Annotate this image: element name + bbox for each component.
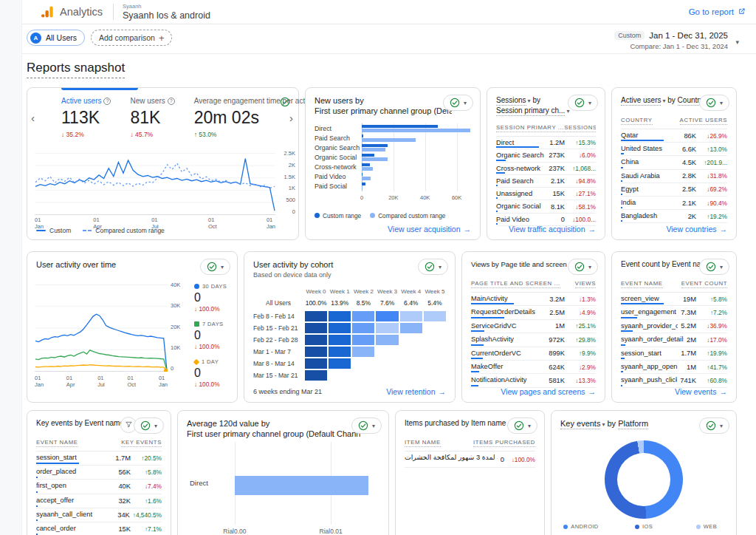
external-link-icon	[738, 7, 746, 17]
metric-tab[interactable]: Average engagement time per active u20m …	[194, 97, 321, 138]
y-axis-labels: 40K30K20K10K0	[171, 282, 180, 372]
go-to-report-link[interactable]: Go to report	[689, 7, 746, 17]
compare-range-text: Compare: Jan 1 - Dec 31, 2024	[614, 42, 728, 50]
data-quality-badge[interactable]: ▾	[351, 418, 382, 434]
table-row: Organic Social8.1K↓58.1%	[496, 200, 596, 213]
table-row: accept_offer32K↑1.6%	[36, 494, 162, 508]
y-tick: 500	[286, 197, 295, 203]
data-quality-badge[interactable]: ▾	[699, 95, 729, 111]
channel-bar-chart: DirectPaid SearchOrganic SearchOrganic S…	[315, 123, 472, 203]
analytics-logo-icon	[40, 4, 55, 19]
view-pages-screens-link[interactable]: View pages and screens→	[501, 387, 596, 396]
chevron-down-icon: ▾	[464, 100, 467, 106]
data-quality-badge[interactable]: ▾	[200, 259, 230, 275]
bar-row: Organic Search	[315, 143, 472, 152]
table-row: syaanh_app_open1M↑41.7%	[621, 361, 727, 374]
view-retention-link[interactable]: View retention→	[386, 387, 446, 396]
arrow-right-icon: →	[720, 225, 728, 234]
event-count-table: EVENT NAMEEVENT COUNTscreen_view19M↑5.8%…	[621, 276, 727, 388]
ltv-bar	[235, 476, 368, 495]
metric-caret-icon[interactable]: ▾	[662, 98, 665, 104]
arrow-right-icon: →	[464, 225, 472, 234]
y-tick: 0	[171, 365, 173, 372]
new-users-card: New users by First user primary channel …	[305, 87, 481, 240]
table-row: MainActivity3.2M↓1.3%	[471, 293, 596, 306]
table-row: Cross-network237K↑1,068...	[496, 163, 596, 175]
metric-caret-icon[interactable]: ▾	[528, 98, 531, 104]
y-tick: 20K	[171, 324, 180, 330]
arrow-right-icon: →	[588, 387, 597, 396]
table-row: order_placed56K↑5.8%	[36, 466, 162, 480]
check-circle-icon	[706, 98, 716, 108]
cohort-row: Feb 15 - Feb 21	[253, 322, 446, 334]
y-tick: 2.5K	[284, 150, 295, 157]
table-column-headers: ITEM NAMEITEMS PURCHASED	[405, 435, 535, 451]
table-row: Organic Search273K↓6.0%	[496, 149, 596, 162]
table-column-headers: COUNTRYACTIVE USERS	[621, 113, 727, 129]
date-range-selector[interactable]: Custom Jan 1 - Dec 31, 2025 Compare: Jan…	[614, 31, 728, 50]
cohort-row: Mar 15 - Mar 21	[253, 369, 446, 381]
data-quality-badge[interactable]: ▾	[568, 259, 598, 275]
table-row: user_engagement7.3M↑7.2%	[621, 306, 727, 319]
cohort-footnote: 6 weeks ending Mar 21	[253, 388, 322, 395]
countries-table: COUNTRYACTIVE USERSQatar86K↓26.9%United …	[621, 113, 727, 223]
chevron-down-icon: ▾	[588, 264, 591, 270]
carousel-prev-button[interactable]: ‹	[31, 112, 35, 124]
table-row: Direct1.2M↑15.3%	[496, 137, 596, 149]
chevron-down-icon: ▾	[528, 423, 531, 429]
audience-avatar-icon: A	[30, 33, 41, 44]
metric-caret-icon[interactable]: ▾	[602, 421, 605, 428]
y-tick: 1.5K	[284, 174, 295, 180]
series-legend-item: 30 DAYS0↓ 100.0%	[194, 283, 227, 313]
x-tick: 01Oct	[208, 217, 217, 230]
table-row: CurrentOrderVC899K↑9.9%	[471, 347, 596, 361]
views-card: Views by Page title and screen class ▾ P…	[461, 251, 605, 403]
data-quality-badge[interactable]: ▾	[699, 418, 729, 434]
data-quality-badge[interactable]: ▾	[699, 259, 729, 275]
x-tick: 01Jan	[267, 217, 275, 230]
view-countries-link[interactable]: View countries→	[666, 225, 727, 234]
table-row: MakeOffer624K↓2.9%	[471, 361, 596, 374]
chevron-down-icon: ▾	[720, 423, 723, 429]
dimension-caret-icon[interactable]: ▾	[566, 108, 569, 115]
view-traffic-acquisition-link[interactable]: View traffic acquisition→	[509, 225, 596, 234]
analytics-dashboard: Analytics Syaanh Syaanh los & android Go…	[0, 0, 756, 535]
ltv-card: Average 120d value by First user primary…	[177, 410, 389, 535]
metric-tab[interactable]: Active users?113K↓ 35.2%	[61, 97, 111, 138]
all-users-chip[interactable]: A All Users	[27, 30, 85, 46]
help-icon: ?	[103, 98, 111, 105]
chevron-down-icon: ▾	[372, 423, 375, 429]
x-tick: 01Oct	[128, 375, 137, 388]
date-caret-icon[interactable]: ▾	[735, 38, 739, 46]
view-events-link[interactable]: View events→	[675, 387, 727, 396]
table-row: NotificationActivity581K↓13.3%	[471, 374, 596, 387]
data-quality-badge[interactable]: ▾	[134, 418, 164, 434]
table-row: syaanh_provider_ord...5.2M↓36.9%	[621, 320, 727, 333]
user-activity-card: User activity over time ▾ 40K30K20K10K0 …	[27, 251, 238, 403]
table-row: SplashActivity972K↑29.8%	[471, 333, 596, 347]
chart-legend: Custom rangeCompared custom range	[315, 212, 445, 219]
add-comparison-chip[interactable]: Add comparison +	[91, 30, 172, 46]
chevron-down-icon: ▾	[221, 264, 224, 270]
check-circle-icon	[425, 262, 435, 272]
bar-row: Organic Social	[315, 152, 472, 162]
x-axis-labels: 01Jan01Apr01Jul01Oct01Jan	[35, 375, 168, 388]
table-row: Egypt2.5K↓69.2%	[621, 183, 727, 197]
cohort-week-headers: Week 0Week 1Week 2Week 3Week 4Week 5	[253, 286, 446, 296]
table-row: China4.5K↑201.9...	[621, 156, 727, 169]
views-table: PAGE TITLE AND SCREEN ...VIEWSMainActivi…	[471, 276, 596, 388]
cohort-row: Feb 8 - Feb 14	[253, 310, 446, 322]
table-row: cancel_order15K↑7.1%	[36, 522, 162, 535]
property-selector[interactable]: Syaanh Syaanh los & android	[113, 4, 210, 20]
metric-tab[interactable]: New users?81K↓ 45.7%	[130, 97, 174, 138]
series-legend: 30 DAYS0↓ 100.0%7 DAYS0↓ 100.0%1 DAY0↓ 1…	[194, 283, 227, 388]
data-quality-badge[interactable]: ▾	[443, 95, 473, 111]
cohort-card: User activity by cohort Based on device …	[244, 251, 456, 403]
table-row: Qatar86K↓26.9%	[621, 129, 727, 143]
table-row: Bangladesh2K↑19.2%	[621, 210, 727, 223]
data-quality-badge[interactable]: ▾	[418, 259, 448, 275]
data-quality-badge[interactable]: ▾	[568, 95, 598, 111]
table-row: RequestOrderDetails2.5M↓4.9%	[471, 306, 596, 319]
data-quality-badge[interactable]: ▾	[507, 418, 537, 434]
view-user-acquisition-link[interactable]: View user acquisition→	[388, 225, 471, 234]
